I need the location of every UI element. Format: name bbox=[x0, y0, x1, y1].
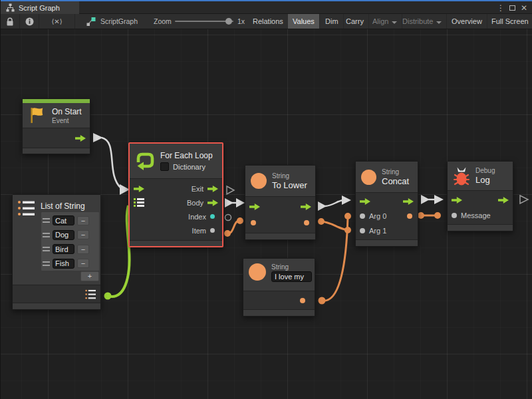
arg0-port-label: Arg 0 bbox=[369, 212, 386, 220]
node-title: List of String bbox=[41, 201, 85, 211]
message-port-label: Message bbox=[461, 211, 491, 219]
dictionary-checkbox[interactable] bbox=[160, 162, 169, 171]
add-item-button[interactable]: + bbox=[80, 271, 99, 281]
flow-in-port[interactable] bbox=[249, 203, 260, 210]
remove-item-button[interactable]: − bbox=[77, 216, 89, 225]
list-item-field[interactable] bbox=[53, 244, 74, 254]
list-editor: − − − − bbox=[41, 211, 100, 271]
flow-in-port[interactable] bbox=[134, 186, 144, 192]
collection-in-port[interactable] bbox=[134, 198, 144, 207]
carry-button[interactable]: Carry bbox=[341, 14, 369, 29]
message-in-port[interactable] bbox=[452, 213, 457, 218]
string-value-field[interactable] bbox=[271, 271, 312, 282]
item-out-port[interactable] bbox=[210, 228, 215, 233]
graph-toolbar: ⟨✕⟩ ScriptGraph Zoom 1x Relations Values… bbox=[1, 14, 532, 29]
lock-icon bbox=[6, 17, 14, 26]
string-out-port[interactable] bbox=[300, 298, 305, 303]
list-item-row: − bbox=[43, 242, 98, 257]
node-string-literal[interactable]: String bbox=[243, 258, 315, 317]
node-concat[interactable]: String Concat Arg 0 Arg 1 bbox=[355, 161, 418, 247]
overview-button[interactable]: Overview bbox=[447, 14, 487, 29]
code-view-button[interactable]: ⟨✕⟩ bbox=[39, 14, 75, 29]
flow-out-port[interactable] bbox=[301, 203, 311, 210]
string-out-port[interactable] bbox=[407, 213, 412, 219]
node-category: String bbox=[271, 263, 312, 271]
for-each-loop-icon bbox=[135, 151, 155, 171]
list-item-row: − bbox=[43, 228, 98, 243]
arg1-port-label: Arg 1 bbox=[369, 227, 386, 235]
dim-button[interactable]: Dim bbox=[321, 14, 344, 29]
list-item-row: − bbox=[43, 213, 98, 228]
string-type-icon bbox=[361, 170, 376, 185]
dictionary-label: Dictionary bbox=[173, 163, 205, 171]
item-port-label: Item bbox=[192, 227, 206, 235]
script-graph-window: Script Graph ⋮ ✕ ⟨✕⟩ bbox=[0, 0, 532, 399]
maximize-icon[interactable] bbox=[507, 3, 517, 13]
lock-button[interactable] bbox=[1, 14, 20, 29]
arg1-in-port[interactable] bbox=[360, 228, 365, 233]
remove-item-button[interactable]: − bbox=[77, 245, 89, 254]
string-in-port[interactable] bbox=[251, 220, 256, 225]
string-type-icon bbox=[249, 263, 266, 281]
node-to-lower[interactable]: String To Lower bbox=[245, 165, 316, 240]
fullscreen-button[interactable]: Full Screen bbox=[487, 14, 532, 29]
dropdown-arrow-icon bbox=[436, 21, 442, 24]
drag-handle-icon[interactable] bbox=[43, 261, 50, 266]
exit-flow-out-port[interactable] bbox=[207, 186, 218, 192]
node-title: For Each Loop bbox=[160, 151, 213, 160]
list-item-row: − bbox=[43, 257, 98, 271]
values-button[interactable]: Values bbox=[288, 14, 320, 29]
flow-out-port[interactable] bbox=[403, 198, 414, 205]
zoom-slider[interactable] bbox=[175, 21, 233, 22]
zoom-slider-handle[interactable] bbox=[225, 18, 232, 25]
node-category: String bbox=[272, 172, 307, 180]
window-focus-border bbox=[1, 0, 532, 1]
string-out-port[interactable] bbox=[304, 220, 309, 225]
dropdown-arrow-icon bbox=[392, 21, 397, 24]
string-type-icon bbox=[251, 173, 267, 189]
flow-out-port[interactable] bbox=[75, 135, 86, 142]
flow-in-port[interactable] bbox=[360, 198, 370, 205]
tab-strip: Script Graph ⋮ ✕ bbox=[1, 1, 532, 14]
flow-out-port[interactable] bbox=[498, 197, 509, 203]
drag-handle-icon[interactable] bbox=[43, 218, 50, 223]
info-button[interactable] bbox=[20, 14, 39, 29]
bug-icon bbox=[453, 166, 470, 186]
close-icon[interactable]: ✕ bbox=[519, 3, 529, 13]
arg0-in-port[interactable] bbox=[360, 213, 365, 219]
node-for-each-loop[interactable]: For Each Loop Dictionary Exit B bbox=[128, 142, 223, 247]
zoom-value: 1x bbox=[237, 14, 245, 29]
list-item-field[interactable] bbox=[53, 259, 74, 269]
graph-name-label: ScriptGraph bbox=[100, 14, 138, 29]
window-menu-icon[interactable]: ⋮ bbox=[495, 3, 506, 13]
list-item-field[interactable] bbox=[53, 215, 74, 225]
relations-button[interactable]: Relations bbox=[248, 14, 289, 29]
body-port-label: Body bbox=[187, 199, 203, 207]
index-port-label: Index bbox=[188, 213, 206, 221]
body-flow-out-port[interactable] bbox=[207, 200, 218, 206]
distribute-button[interactable]: Distribute bbox=[398, 14, 447, 29]
remove-item-button[interactable]: − bbox=[77, 259, 89, 268]
flow-in-port[interactable] bbox=[452, 197, 462, 203]
list-item-field[interactable] bbox=[53, 230, 74, 240]
node-debug-log[interactable]: Debug Log Message bbox=[447, 161, 513, 231]
node-title: To Lower bbox=[272, 180, 307, 190]
node-title: Concat bbox=[382, 176, 409, 186]
node-subtitle: Event bbox=[52, 117, 82, 124]
script-graph-icon bbox=[86, 17, 96, 29]
node-title: On Start bbox=[52, 107, 82, 116]
node-on-start[interactable]: On Start Event bbox=[22, 98, 90, 154]
flag-icon bbox=[28, 106, 47, 124]
drag-handle-icon[interactable] bbox=[43, 233, 50, 237]
exit-port-label: Exit bbox=[192, 185, 203, 193]
node-category: Debug bbox=[475, 167, 495, 174]
index-out-port[interactable] bbox=[210, 214, 215, 219]
list-out-port[interactable] bbox=[85, 289, 96, 299]
tab-title: Script Graph bbox=[19, 4, 60, 12]
node-list-of-string[interactable]: List of String − − − bbox=[12, 194, 101, 310]
drag-handle-icon[interactable] bbox=[43, 247, 50, 251]
remove-item-button[interactable]: − bbox=[77, 230, 89, 239]
tab-script-graph[interactable]: Script Graph bbox=[1, 1, 79, 14]
graph-tab-icon bbox=[6, 3, 15, 12]
zoom-label: Zoom bbox=[154, 14, 172, 29]
